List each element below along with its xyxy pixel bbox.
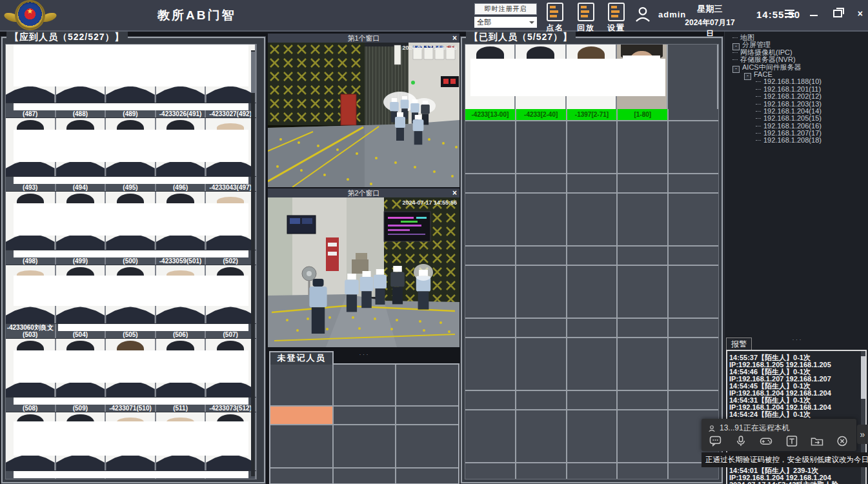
empty-grid-row: [465, 266, 718, 319]
privacy-redaction: [14, 45, 249, 86]
tab-unregistered[interactable]: 未登记人员: [269, 351, 334, 365]
uniform-shape: [156, 453, 205, 470]
tree-item-camera[interactable]: 192.168.1.208(18): [727, 137, 867, 144]
uniform-shape: [206, 85, 255, 103]
playback-button[interactable]: 回放: [572, 3, 600, 34]
close-icon[interactable]: ×: [858, 10, 863, 17]
tree-connector: [756, 89, 761, 90]
horizontal-splitter[interactable]: [725, 332, 868, 336]
grid-cell: [567, 266, 618, 318]
scrollbar-thumb[interactable]: [861, 356, 865, 399]
video-window-2-header[interactable]: 第2个窗口 ×: [268, 188, 459, 197]
expected-personnel-grid: (487) (488) (489) -4233026(491) -4233027…: [5, 44, 257, 479]
privacy-redaction: [14, 103, 249, 110]
scrollbar-thumb[interactable]: [251, 52, 255, 93]
restore-icon[interactable]: [833, 10, 842, 17]
filter-select[interactable]: 全部: [474, 17, 537, 28]
top-bar: 教所AB门智 即时注册开启 全部 点名 回放 设置 admin 星期三 202: [0, 0, 868, 32]
video-window-1-title: 第1个窗口: [347, 34, 379, 42]
grid-cell: [669, 338, 718, 390]
privacy-redaction: [470, 59, 665, 96]
video-window-1-header[interactable]: 第1个窗口 ×: [268, 34, 459, 43]
grid-cell: [465, 121, 516, 173]
privacy-redaction: [58, 324, 248, 331]
photo-row: [6, 339, 256, 397]
remote-control-panel: 13...91正在远程本机: [701, 419, 856, 451]
label-row: (498) (499) (500) -4233059(501) (502): [6, 250, 256, 265]
instant-register-button[interactable]: 即时注册开启: [474, 3, 537, 15]
grid-cell: [516, 463, 567, 479]
settings-button[interactable]: 设置: [602, 3, 631, 34]
chevron-down-icon: [529, 21, 534, 26]
microphone-icon[interactable]: [734, 436, 747, 447]
grid-cell: [669, 319, 718, 337]
tab-alarm[interactable]: 报警: [726, 338, 752, 350]
grid-cell: [516, 121, 567, 173]
empty-grid-row: [465, 410, 718, 463]
grid-cell: [618, 194, 669, 245]
task-list-icon[interactable]: [785, 10, 794, 17]
alarm-entries: 14:55:37【陌生人】0-1次 IP:192.168.1.205 192.1…: [727, 351, 865, 418]
camera-feed-2[interactable]: 2024-07-17 14:55:56: [268, 197, 459, 347]
arrived-personnel-title: 【已到人员（5/527）】: [466, 32, 576, 43]
video-window-2-title: 第2个窗口: [347, 189, 379, 197]
signal-light: [411, 81, 415, 85]
arrived-personnel-grid: -4233[13-00] -4233[2-40] -1397[2-71] [1-…: [465, 44, 719, 479]
grid-cell: [516, 247, 567, 265]
empty-grid-row: [465, 247, 718, 266]
close-window-icon[interactable]: ×: [452, 34, 457, 43]
grid-cell: [669, 174, 718, 192]
grid-row: [270, 425, 458, 469]
tree-connector: [756, 140, 761, 141]
remote-control-icon[interactable]: [760, 436, 772, 447]
tree-connector: [756, 126, 761, 126]
uniform-shape: [206, 306, 255, 323]
empty-grid-row: [465, 391, 718, 410]
chat-icon[interactable]: [709, 436, 722, 447]
label-row: (508) (509) -4233071(510) (511) -4233073…: [6, 397, 256, 412]
playback-label: 回放: [572, 23, 600, 34]
grid-cell: [334, 407, 397, 424]
tree-item-aics-server[interactable]: AICS中间件服务器: [727, 64, 867, 71]
label-row: (514) (516) ): [6, 470, 256, 479]
empty-grid-row: [465, 174, 718, 194]
empty-grid-row: [465, 319, 718, 338]
text-tool-icon[interactable]: [785, 436, 798, 447]
tree-connector: [732, 59, 738, 60]
grid-cell: [465, 247, 516, 265]
remote-status-text: 13...91正在远程本机: [720, 423, 790, 434]
grid-cell: [618, 410, 669, 462]
grid-row: [270, 469, 458, 484]
grid-cell: [618, 174, 669, 192]
grid-cell: [567, 463, 618, 479]
grid-cell: [567, 319, 618, 337]
badge-emblem: [16, 1, 44, 29]
remote-toolbar: [701, 434, 856, 447]
username: admin: [658, 10, 686, 19]
grid-row: [270, 407, 458, 425]
tree-collapse-icon[interactable]: [744, 73, 751, 80]
grid-cell: [567, 410, 618, 462]
privacy-redaction: [14, 421, 249, 455]
rollcall-button[interactable]: 点名: [541, 3, 569, 34]
camera-feed-1[interactable]: 2024-07-17 14:55:55: [268, 43, 459, 187]
grid-cell: [516, 174, 567, 192]
close-window-icon[interactable]: ×: [452, 188, 457, 197]
unregistered-grid: [269, 363, 459, 484]
alarm-entries-bottom: 14:54:01【陌生人】239-1次 IP:192.168.1.204 192…: [727, 467, 865, 484]
current-user[interactable]: admin: [634, 5, 686, 23]
tree-collapse-icon[interactable]: [732, 66, 740, 73]
tree-connector: [732, 52, 738, 53]
file-transfer-icon[interactable]: [811, 436, 823, 447]
left-panel-scrollbar[interactable]: [251, 50, 255, 476]
empty-label-slot: [669, 109, 718, 120]
grid-cell: [516, 391, 567, 409]
alarm-entry: 2024-07-17 14:53:42科主动取人脸: [727, 481, 865, 484]
remote-status: 13...91正在远程本机: [701, 419, 856, 434]
disconnect-icon[interactable]: [836, 436, 849, 447]
arrived-label-row: -4233[13-00] -4233[2-40] -1397[2-71] [1-…: [465, 109, 718, 121]
collapse-remote-panel-button[interactable]: »: [857, 425, 868, 444]
minimize-icon[interactable]: [810, 15, 818, 16]
unregistered-alert-cell[interactable]: [270, 407, 334, 424]
empty-grid-row: [465, 121, 718, 174]
